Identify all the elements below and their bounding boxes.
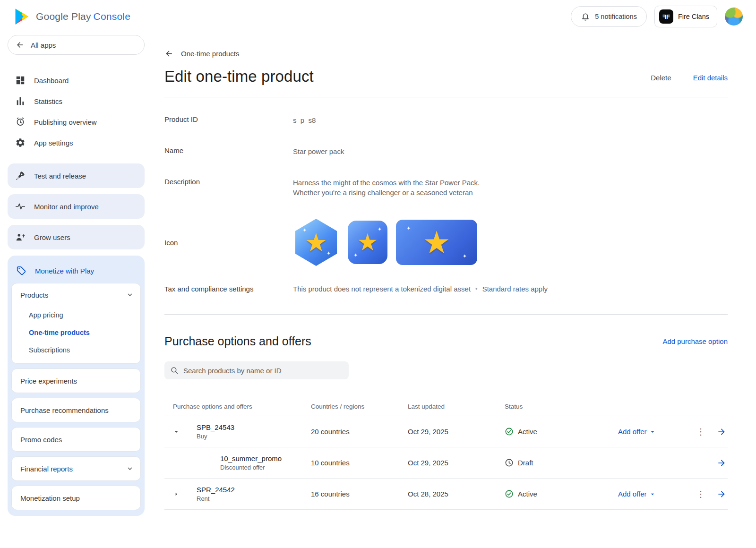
sidebar-item-subscriptions[interactable]: Subscriptions	[12, 341, 140, 359]
app-name: Fire Clans	[678, 13, 709, 20]
purchase-options-table: Purchase options and offers Countries / …	[164, 397, 728, 510]
field-label: Description	[164, 178, 293, 197]
search-box	[164, 361, 349, 379]
sidebar-item-price-experiments[interactable]: Price experiments	[11, 368, 141, 393]
page-title: Edit one-time product	[164, 68, 314, 86]
sidebar-item-app-pricing[interactable]: App pricing	[12, 306, 140, 324]
offer-id: 10_summer_promo	[220, 454, 311, 462]
top-bar: Google PlayConsole 5 notifications FF Fi…	[0, 0, 756, 33]
clock-icon	[505, 458, 514, 467]
field-name: Name Star power pack	[164, 146, 728, 156]
pulse-icon	[15, 201, 26, 212]
sidebar-item-publishing-overview[interactable]: Publishing overview	[8, 111, 145, 132]
sidebar-item-financial-reports[interactable]: Financial reports	[11, 456, 141, 481]
avatar[interactable]	[725, 8, 743, 26]
field-icon: Icon ★ ✦ ✦ ★ ✦ ✦ ★ ✦ ✦	[164, 219, 728, 266]
field-tax-compliance: Tax and compliance settings This product…	[164, 285, 728, 293]
publishing-overview-icon	[15, 117, 26, 127]
breadcrumb-label[interactable]: One-time products	[181, 50, 239, 58]
add-purchase-option-button[interactable]: Add purchase option	[662, 337, 728, 345]
notifications-button[interactable]: 5 notifications	[571, 6, 647, 27]
last-updated-cell: Oct 28, 2025	[408, 490, 505, 498]
back-arrow-icon	[16, 41, 24, 49]
field-label: Product ID	[164, 115, 293, 125]
kebab-menu-button[interactable]: ⋮	[687, 489, 715, 499]
breadcrumb: One-time products	[164, 49, 728, 58]
sidebar-item-monetize-with-play[interactable]: Monetize with Play	[11, 258, 141, 283]
check-circle-icon	[505, 427, 514, 436]
tax-value-1: This product does not represent a tokeni…	[293, 285, 471, 293]
open-row-button[interactable]	[715, 427, 728, 437]
expand-row-button[interactable]	[172, 490, 180, 498]
arrow-right-icon	[717, 489, 726, 499]
arrow-right-icon	[717, 458, 726, 468]
product-icon-hexagon: ★ ✦ ✦	[293, 219, 339, 266]
search-icon	[170, 366, 179, 375]
add-offer-button[interactable]: Add offer	[618, 490, 687, 498]
sidebar-item-monitor-and-improve[interactable]: Monitor and improve	[8, 194, 145, 219]
brand-google: Google Play	[36, 11, 91, 22]
kebab-menu-button[interactable]: ⋮	[687, 427, 715, 437]
caret-down-icon	[649, 428, 656, 436]
all-apps-label: All apps	[31, 41, 56, 49]
open-row-button[interactable]	[715, 489, 728, 499]
delete-button[interactable]: Delete	[651, 74, 671, 82]
google-play-logo-icon	[13, 8, 31, 26]
sidebar-item-purchase-recommendations[interactable]: Purchase recommendations	[11, 398, 141, 422]
arrow-right-icon	[717, 427, 726, 437]
caret-down-icon	[172, 428, 180, 436]
status-badge: Active	[505, 489, 618, 498]
sidebar-item-statistics[interactable]: Statistics	[8, 91, 145, 111]
all-apps-button[interactable]: All apps	[8, 35, 145, 55]
app-monogram-icon: FF	[659, 9, 673, 24]
table-row-child: 10_summer_promo Discounted offer 10 coun…	[164, 447, 728, 479]
products-card: Products App pricing One-time products S…	[11, 283, 141, 364]
bell-icon	[581, 12, 590, 21]
add-offer-button[interactable]: Add offer	[618, 428, 687, 436]
last-updated-cell: Oct 29, 2025	[408, 459, 505, 467]
countries-cell: 10 countries	[311, 459, 408, 467]
product-icon-square: ★ ✦ ✦	[348, 221, 387, 264]
brand-console: Console	[94, 11, 130, 22]
tax-value-2: Standard rates apply	[482, 285, 548, 293]
last-updated-cell: Oct 29, 2025	[408, 428, 505, 436]
offer-type: Discounted offer	[220, 464, 311, 471]
field-label: Icon	[164, 239, 293, 247]
sidebar-item-products[interactable]: Products	[12, 283, 140, 306]
app-switcher-chip[interactable]: FF Fire Clans	[654, 6, 717, 27]
divider	[164, 314, 728, 315]
status-badge: Active	[505, 427, 618, 436]
purchase-option-type: Buy	[197, 433, 311, 440]
open-row-button[interactable]	[715, 458, 728, 468]
sidebar-item-one-time-products[interactable]: One-time products	[12, 324, 140, 341]
chevron-down-icon	[126, 291, 134, 299]
chevron-down-icon	[126, 465, 134, 472]
collapse-row-button[interactable]	[172, 428, 180, 436]
dashboard-icon	[15, 75, 26, 86]
purchase-option-type: Rent	[197, 495, 311, 502]
field-value: s_p_s8	[293, 115, 316, 125]
rocket-icon	[15, 171, 26, 181]
purchase-option-id: SPB_24543	[197, 423, 311, 431]
table-row: SPR_24542 Rent 16 countries Oct 28, 2025…	[164, 479, 728, 510]
divider	[164, 97, 728, 97]
back-arrow-icon[interactable]	[164, 49, 173, 58]
countries-cell: 20 countries	[311, 428, 408, 436]
sidebar-item-dashboard[interactable]: Dashboard	[8, 70, 145, 91]
sidebar-item-promo-codes[interactable]: Promo codes	[11, 427, 141, 452]
sidebar: All apps Dashboard Statistics	[0, 33, 152, 525]
monetize-section: Monetize with Play Products App pricing …	[8, 256, 145, 516]
search-input[interactable]	[183, 367, 343, 375]
section-title: Purchase options and offers	[164, 334, 311, 348]
sidebar-item-test-and-release[interactable]: Test and release	[8, 163, 145, 188]
field-label: Tax and compliance settings	[164, 285, 293, 293]
sidebar-item-monetization-setup[interactable]: Monetization setup	[11, 486, 141, 510]
check-circle-icon	[505, 489, 514, 498]
sidebar-item-grow-users[interactable]: Grow users	[8, 225, 145, 249]
table-row: SPB_24543 Buy 20 countries Oct 29, 2025 …	[164, 416, 728, 447]
field-label: Name	[164, 146, 293, 156]
edit-details-button[interactable]: Edit details	[693, 74, 728, 82]
sidebar-item-app-settings[interactable]: App settings	[8, 132, 145, 153]
purchase-option-id: SPR_24542	[197, 486, 311, 494]
gear-icon	[15, 137, 26, 148]
